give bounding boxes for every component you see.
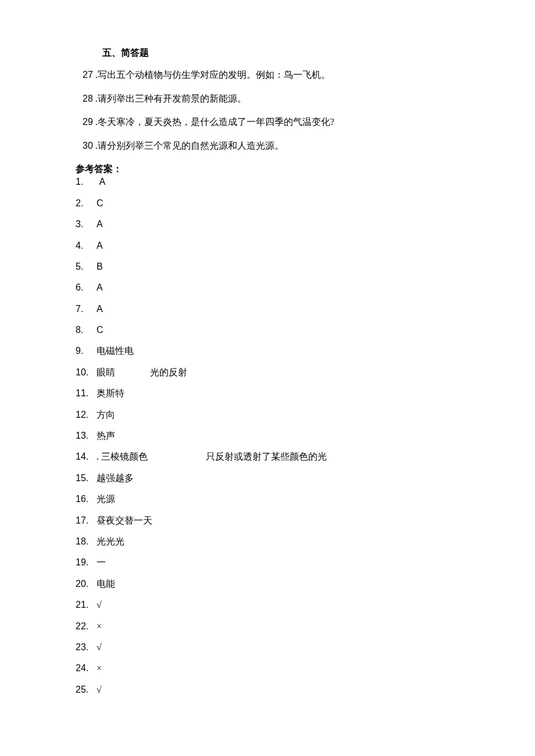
question-separator: . (93, 141, 98, 151)
answer-item: 6.A (76, 281, 459, 294)
answer-text: B (97, 261, 103, 271)
answer-text: A (97, 304, 103, 314)
answer-text: 光源 (97, 494, 115, 504)
answer-item: 22.× (76, 620, 459, 633)
answer-number: 17. (76, 514, 92, 527)
answer-number: 24. (76, 662, 92, 675)
question-text: 冬天寒冷，夏天炎热，是什么造成了一年四季的气温变化? (98, 117, 334, 127)
answer-number: 12. (76, 409, 92, 421)
answer-number: 13. (76, 429, 92, 442)
answer-text: √ (97, 642, 102, 652)
answer-item: 8.C (76, 324, 459, 336)
question-item: 29 .冬天寒冷，夏天炎热，是什么造成了一年四季的气温变化? (76, 116, 459, 128)
answer-heading-row: 参考答案： 1. A (76, 163, 459, 189)
answer-text: C (97, 325, 104, 335)
answer-number: 10. (76, 366, 92, 379)
question-number: 27 (83, 69, 93, 81)
question-number: 28 (83, 92, 93, 105)
answer-text: × (97, 621, 102, 631)
answer-item: 12.方向 (76, 409, 459, 421)
answer-number: 19. (76, 556, 92, 569)
answer-number: 11. (76, 387, 92, 400)
section-title: 五、简答题 (76, 46, 459, 59)
answer-text: × (97, 663, 102, 673)
answer-number: 3. (76, 218, 92, 231)
question-separator: . (93, 94, 98, 103)
answer-number: 5. (76, 260, 92, 273)
answer-number: 23. (76, 641, 92, 654)
answer-item: 21.√ (76, 599, 459, 611)
answer-item: 10.眼睛光的反射 (76, 366, 459, 379)
answer-number: 14. (76, 450, 92, 463)
question-separator: . (93, 70, 98, 80)
answer-text: A (97, 219, 103, 229)
answer-text: 热声 (97, 431, 115, 440)
answer-item: 14.. 三棱镜颜色只反射或透射了某些颜色的光 (76, 450, 459, 463)
question-number: 30 (83, 139, 93, 152)
answer-item: 3.A (76, 218, 459, 231)
answer-number: 16. (76, 493, 92, 506)
answer-item: 13.热声 (76, 429, 459, 442)
answer-text: 昼夜交替一天 (97, 515, 152, 525)
answer-number: 1. (76, 175, 92, 188)
answer-subtext: 只反射或透射了某些颜色的光 (206, 452, 327, 461)
answer-item: 17.昼夜交替一天 (76, 514, 459, 527)
answer-subtext: 光的反射 (150, 367, 187, 377)
answer-item: 5.B (76, 260, 459, 273)
answer-item: 11.奥斯特 (76, 387, 459, 400)
answer-text: 光光光 (97, 536, 124, 546)
answer-text: 电能 (97, 579, 115, 589)
answer-item: 25.√ (76, 683, 459, 696)
answer-item: 4.A (76, 239, 459, 252)
question-item: 28 .请列举出三种有开发前景的新能源。 (76, 92, 459, 105)
question-text: 写出五个动植物与仿生学对应的发明。例如：鸟一飞机。 (98, 70, 330, 80)
answer-number: 15. (76, 472, 92, 485)
answer-number: 2. (76, 197, 92, 210)
answer-number: 8. (76, 324, 92, 336)
answer-item: 24.× (76, 662, 459, 675)
answer-number: 21. (76, 599, 92, 611)
question-text: 请分别列举三个常见的自然光源和人造光源。 (98, 141, 284, 151)
answer-number: 4. (76, 239, 92, 252)
answer-text: . 三棱镜颜色 (97, 452, 148, 461)
answer-item: 23.√ (76, 641, 459, 654)
answer-number: 20. (76, 578, 92, 590)
answer-number: 22. (76, 620, 92, 633)
answer-text: A (97, 241, 103, 250)
answer-item: 7.A (76, 303, 459, 316)
answer-item: 16.光源 (76, 493, 459, 506)
answers-list: 2.C3.A4.A5.B6.A7.A8.C9.电磁性电10.眼睛光的反射11.奥… (76, 197, 459, 696)
answer-text: 方向 (97, 410, 115, 420)
answer-number: 18. (76, 535, 92, 548)
answer-item: 18.光光光 (76, 535, 459, 548)
question-separator: . (93, 117, 98, 127)
answer-item: 20.电能 (76, 578, 459, 590)
answer-text: √ (97, 600, 102, 610)
question-number: 29 (83, 116, 93, 128)
question-item: 30 .请分别列举三个常见的自然光源和人造光源。 (76, 139, 459, 152)
answer-text: √ (97, 685, 102, 694)
answer-text: 一 (97, 557, 106, 567)
answer-text: 奥斯特 (97, 388, 124, 398)
answer-number: 7. (76, 303, 92, 316)
answer-text: 电磁性电 (97, 346, 134, 356)
answer-text: C (97, 198, 104, 208)
answer-heading: 参考答案： (76, 163, 459, 175)
answer-text: A (97, 282, 103, 292)
answer-item: 19.一 (76, 556, 459, 569)
questions-list: 27 .写出五个动植物与仿生学对应的发明。例如：鸟一飞机。28 .请列举出三种有… (76, 69, 459, 152)
answer-text: A (99, 177, 105, 187)
answer-item: 9.电磁性电 (76, 345, 459, 357)
answer-number: 25. (76, 683, 92, 696)
answer-text: 眼睛 (97, 367, 115, 377)
answer-text: 越强越多 (97, 473, 134, 483)
answer-item: 15.越强越多 (76, 472, 459, 485)
answer-item: 2.C (76, 197, 459, 210)
question-text: 请列举出三种有开发前景的新能源。 (98, 94, 247, 103)
question-item: 27 .写出五个动植物与仿生学对应的发明。例如：鸟一飞机。 (76, 69, 459, 81)
answer-number: 6. (76, 281, 92, 294)
answer-number: 9. (76, 345, 92, 357)
answer-item: 1. A (76, 175, 459, 188)
